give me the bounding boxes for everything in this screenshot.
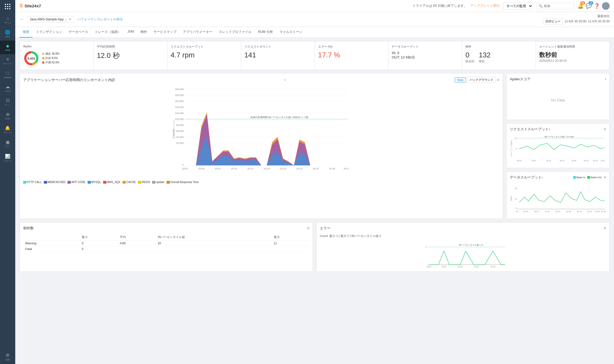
network-icon: ⊡ <box>6 98 10 103</box>
app-selector[interactable]: Java AWS-Sample-App ... ▼ <box>27 16 74 23</box>
error-chart-title: エラー <box>320 226 330 231</box>
sidebar-item-apm[interactable]: ◈ APM <box>0 41 15 54</box>
tab-app-params[interactable]: アプリパラメーター <box>180 27 216 38</box>
app-name: Java AWS-Sample-App ... <box>30 17 67 21</box>
legend-app-code: APP CODE <box>67 181 85 184</box>
back-button[interactable]: ← <box>20 17 24 22</box>
throughput-chart-svg: 95パーセンタイル値＝11+cpm 10 5 スループット(cpm) <box>510 134 606 164</box>
tab-database[interactable]: データベース <box>65 27 91 38</box>
svg-text:20...: 20... <box>516 211 520 212</box>
search-icon: 🔍 <box>539 4 543 8</box>
svg-rect-7 <box>7 8 8 9</box>
avatar[interactable] <box>602 2 610 10</box>
tab-transaction[interactable]: トランザクション <box>33 27 65 38</box>
date-view-button[interactable]: 日付ビュー <box>543 18 563 24</box>
sidebar-item-app[interactable]: ▣ アプ... <box>0 137 15 151</box>
svg-text:20:04: 20:04 <box>426 266 431 267</box>
sidebar-item-vmware[interactable]: □ VMware <box>0 68 15 81</box>
error-chart-header: エラー ≡ <box>320 226 606 231</box>
tolerated-dot <box>42 57 44 59</box>
background-button[interactable]: バックグラウンド <box>467 77 496 83</box>
help-icon[interactable]: ❓ <box>594 3 600 9</box>
bottom-row: 例外数 ≡ 最小 平均 95パーセンタイル値 最大 <box>20 222 610 272</box>
metric-avg-response: 平均応答時間 12.0 秒 <box>94 41 167 70</box>
svg-text:10: 10 <box>515 198 517 200</box>
warning-value: 132 <box>479 51 490 59</box>
svg-text:95パーセンタイル値＝2+: 95パーセンタイル値＝2+ <box>459 244 483 246</box>
exceptions-menu-icon[interactable]: ≡ <box>307 226 309 231</box>
metric-exceptions: 例外 0 致命的 132 警告 <box>462 41 536 70</box>
main-chart-info-icon[interactable]: ℹ <box>284 78 285 82</box>
sidebar-item-settings[interactable]: ⚙ 管理 <box>0 350 15 364</box>
svg-text:20:10: 20:10 <box>441 266 446 267</box>
web-icon: 🌐 <box>5 30 10 35</box>
frustrated-label: 不満 52.6% <box>45 61 59 64</box>
app-icon: ▣ <box>6 140 10 145</box>
row-name-fatal: Fatal <box>23 246 79 252</box>
site-name: Site24x7 <box>24 4 41 8</box>
search-input[interactable] <box>544 4 572 8</box>
tab-jvm[interactable]: JVM <box>124 27 137 38</box>
page-content: ← Java AWS-Sample-App ... ▼ パフォーマンスレポートの… <box>15 12 614 364</box>
metric-request-throughput: リクエストスループット 4.7 rpm <box>167 41 241 70</box>
legend-frustrated: 不満 52.6% <box>42 61 59 64</box>
row-min-warning: 0 <box>79 240 117 246</box>
error-subtitle: Count: 最小 1 | 最大 2 | 95パーセンタイル値 2 <box>320 234 606 238</box>
logo-icon <box>4 3 11 10</box>
tab-overview[interactable]: 概要 <box>20 27 33 38</box>
sidebar-item-cloud[interactable]: ☁ Cloud <box>0 81 15 95</box>
tab-trace[interactable]: トレース（追跡） <box>91 27 124 38</box>
search-box[interactable]: 🔍 <box>536 3 574 9</box>
sidebar-item-report[interactable]: 📊 レポート <box>0 151 15 165</box>
svg-text:20:28: 20:28 <box>601 211 606 212</box>
sidebar-item-server[interactable]: ≡ サーバー <box>0 54 15 68</box>
metric-request-count: リクエストカウント 141 <box>241 41 315 70</box>
chart-menu-icon[interactable]: ≡ <box>497 78 499 82</box>
notification-bell[interactable]: 🔔 64 <box>578 3 584 9</box>
tab-milestones[interactable]: マイルストーン <box>276 27 306 38</box>
charts-row: アプリケーションサーバー応答時間のコンポーネント内訳 ℹ Web バックグラウン… <box>20 73 610 219</box>
apdex-info-icon[interactable]: ℹ <box>605 78 606 81</box>
sub-header: ← Java AWS-Sample-App ... ▼ パフォーマンスレポートの… <box>15 12 614 27</box>
row-max-warning: 11 <box>272 240 309 246</box>
chart-legend: HTTP CALL MEMCACHED APP CODE MYSQL AWS_S… <box>23 181 499 184</box>
sidebar-item-alert[interactable]: 🔔 アラート <box>0 123 15 137</box>
tab-service-map[interactable]: サービスマップ <box>150 27 180 38</box>
sidebar-label-alert: アラート <box>3 131 12 134</box>
sidebar-item-web[interactable]: 🌐 Web <box>0 27 15 41</box>
apdex-title: Apdex <box>23 45 90 48</box>
sidebar-label-apm: APM <box>5 49 10 51</box>
throughput-menu-icon[interactable]: ≡ <box>604 127 606 132</box>
tab-rum-analysis[interactable]: RUM 分析 <box>255 27 276 38</box>
logo-area: S Site24x7 <box>20 3 41 9</box>
legend-update: update <box>152 181 164 184</box>
error-menu-icon[interactable]: ≡ <box>604 226 606 231</box>
svg-text:20:16: 20:16 <box>264 167 270 170</box>
data-throughput-menu-icon[interactable]: ≡ <box>604 175 606 180</box>
row-min-fatal: 0 <box>79 246 117 252</box>
fatal-value: 0 <box>465 51 474 59</box>
sidebar-item-home[interactable]: ⌂ ホーム <box>0 13 15 27</box>
nav-tabs: 概要 トランザクション データベース トレース（追跡） JVM 例外 サービスマ… <box>15 27 614 38</box>
monitoring-select[interactable]: すべての監視 <box>503 2 533 10</box>
throughput-info-icon[interactable]: ℹ <box>549 128 550 131</box>
upgrade-link[interactable]: アップグレード実行 <box>470 4 500 8</box>
svg-text:20:22: 20:22 <box>587 211 592 212</box>
agent-comm-title: エージェント最新通信時間 <box>539 45 606 49</box>
svg-text:20:22: 20:22 <box>296 167 303 170</box>
data-throughput-chart-svg: 20 10 0 KB/分 <box>510 182 606 215</box>
web-button[interactable]: Web <box>455 77 466 83</box>
tab-thread-profile[interactable]: スレッドプロファイル <box>216 27 255 38</box>
sidebar-item-rum[interactable]: ⊕ RUM <box>0 109 15 123</box>
svg-rect-2 <box>9 4 10 5</box>
tab-exception[interactable]: 例外 <box>137 27 150 38</box>
data-throughput-info-icon[interactable]: ℹ <box>542 176 543 179</box>
perf-link[interactable]: パフォーマンスレポートの表示 <box>77 17 123 22</box>
sidebar-item-network[interactable]: ⊡ ネッ... <box>0 95 15 109</box>
message-icon-btn[interactable]: 💬 13 <box>586 3 592 9</box>
svg-text:20:2...: 20:2... <box>601 160 606 162</box>
sidebar-label-server: サーバー <box>3 62 12 65</box>
svg-text:2: 2 <box>426 246 427 248</box>
svg-text:0.431: 0.431 <box>27 57 35 60</box>
cloud-icon: ☁ <box>5 84 10 89</box>
